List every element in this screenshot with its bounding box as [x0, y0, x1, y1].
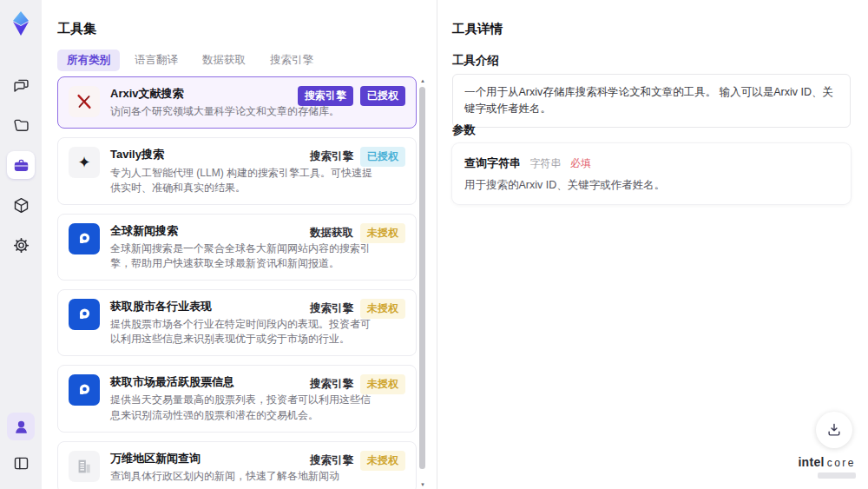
- category-tabs: 所有类别 语言翻译 数据获取 搜索引擎: [57, 50, 323, 71]
- arxiv-logo-icon: [69, 86, 100, 117]
- download-icon: [825, 421, 843, 439]
- tool-description: 提供股票市场各个行业在特定时间段内的表现。投资者可以利用这些信息来识别表现优于或…: [110, 317, 378, 347]
- tool-name: 获取市场最活跃股票信息: [110, 375, 284, 389]
- tool-card-stock-sectors[interactable]: 获取股市各行业表现 提供股票市场各个行业在特定时间段内的表现。投资者可以利用这些…: [57, 289, 417, 356]
- param-name: 查询字符串: [464, 156, 521, 169]
- tool-card-regional-news[interactable]: 万维地区新闻查询 查询具体行政区划内的新闻，快速了解各地新闻动 搜索引擎 未授权: [57, 441, 417, 489]
- status-badge-unauthorized: 未授权: [360, 223, 405, 243]
- intel-wordmark: intel: [798, 455, 824, 469]
- category-label: 搜索引擎: [310, 453, 353, 468]
- category-label: 数据获取: [310, 226, 353, 241]
- download-button[interactable]: [816, 412, 852, 448]
- tab-search-engine[interactable]: 搜索引擎: [260, 50, 323, 71]
- status-badge-unauthorized: 未授权: [360, 299, 405, 319]
- status-badge-unauthorized: 未授权: [360, 451, 405, 471]
- building-icon: [69, 451, 100, 482]
- detail-title: 工具详情: [452, 21, 503, 37]
- app-logo[interactable]: [8, 10, 34, 36]
- rail-nav: [7, 71, 35, 259]
- status-badge-authorized: 已授权: [360, 86, 405, 106]
- tool-card-arxiv[interactable]: Arxiv文献搜索 访问各个研究领域大量科学论文和文章的存储库。 搜索引擎 已授…: [57, 76, 417, 129]
- tab-data-fetch[interactable]: 数据获取: [193, 50, 255, 71]
- core-wordmark: core: [827, 457, 856, 469]
- intro-text-box: 一个用于从Arxiv存储库搜索科学论文和文章的工具。 输入可以是Arxiv ID…: [452, 74, 851, 128]
- tool-card-active-stocks[interactable]: 获取市场最活跃股票信息 提供当天交易量最高的股票列表，投资者可以利用这些信息来识…: [57, 365, 417, 432]
- category-label: 搜索引擎: [310, 149, 353, 164]
- param-required-flag: 必填: [570, 157, 591, 169]
- tool-card-tavily[interactable]: ✦ Tavily搜索 专为人工智能代理 (LLM) 构建的搜索引擎工具。可快速提…: [57, 137, 417, 204]
- parameter-card: 查询字符串 字符串 必填 用于搜索的Arxiv ID、关键字或作者姓名。: [452, 143, 851, 204]
- status-badge-authorized: 已授权: [360, 147, 405, 167]
- collapse-panel-icon[interactable]: [7, 449, 35, 477]
- intel-logo-bar: [818, 472, 856, 479]
- list-scrollbar[interactable]: ▲ ▼: [418, 76, 427, 489]
- left-rail: [0, 0, 42, 489]
- tool-name: Arxiv文献搜索: [110, 87, 284, 101]
- tool-name: Tavily搜索: [110, 148, 284, 162]
- tool-description: 提供当天交易量最高的股票列表，投资者可以利用这些信息来识别流动性强的股票和潜在的…: [110, 393, 378, 422]
- tool-name: 全球新闻搜索: [110, 224, 284, 238]
- package-icon[interactable]: [7, 191, 35, 219]
- tool-card-global-news[interactable]: 全球新闻搜索 全球新闻搜索是一个聚合全球各大新闻网站内容的搜索引擎，帮助用户快速…: [57, 214, 417, 281]
- intel-core-logo: intelcore: [798, 455, 856, 479]
- blue-app-logo-icon: [69, 223, 100, 254]
- tool-description: 专为人工智能代理 (LLM) 构建的搜索引擎工具。可快速提供实时、准确和真实的结…: [110, 166, 378, 195]
- param-description: 用于搜索的Arxiv ID、关键字或作者姓名。: [464, 178, 838, 193]
- blue-app-logo-icon: [69, 299, 100, 330]
- category-label: 搜索引擎: [310, 301, 353, 316]
- scrollbar-thumb[interactable]: [419, 87, 425, 469]
- settings-gear-icon[interactable]: [7, 231, 35, 259]
- four-point-star-icon: ✦: [69, 147, 100, 178]
- tool-list-panel: 工具集 所有类别 语言翻译 数据获取 搜索引擎 Arxiv文献搜索 访问各个研究…: [42, 0, 437, 489]
- page-title: 工具集: [57, 21, 96, 37]
- intro-heading: 工具介绍: [452, 53, 499, 69]
- params-heading: 参数: [452, 122, 476, 138]
- rail-bottom: [7, 413, 35, 477]
- status-badge-unauthorized: 未授权: [360, 374, 405, 394]
- category-badge: 搜索引擎: [298, 86, 353, 106]
- tool-name: 获取股市各行业表现: [110, 300, 284, 314]
- tool-description: 访问各个研究领域大量科学论文和文章的存储库。: [110, 104, 378, 119]
- tool-detail-panel: 工具详情 工具介绍 一个用于从Arxiv存储库搜索科学论文和文章的工具。 输入可…: [437, 0, 868, 489]
- tool-list: Arxiv文献搜索 访问各个研究领域大量科学论文和文章的存储库。 搜索引擎 已授…: [57, 76, 417, 489]
- tab-language-translation[interactable]: 语言翻译: [125, 50, 187, 71]
- folder-icon[interactable]: [7, 111, 35, 139]
- blue-app-logo-icon: [69, 374, 100, 406]
- scrollbar-down-arrow[interactable]: ▼: [418, 482, 427, 487]
- tool-name: 万维地区新闻查询: [110, 452, 284, 466]
- chat-icon[interactable]: [7, 71, 35, 99]
- tool-description: 全球新闻搜索是一个聚合全球各大新闻网站内容的搜索引擎，帮助用户快速获取全球最新资…: [110, 241, 378, 271]
- scrollbar-up-arrow[interactable]: ▲: [418, 78, 427, 83]
- category-label: 搜索引擎: [310, 377, 353, 392]
- tool-description: 查询具体行政区划内的新闻，快速了解各地新闻动: [110, 469, 378, 484]
- param-type: 字符串: [529, 157, 561, 169]
- toolbox-icon[interactable]: [7, 151, 35, 179]
- user-avatar-icon[interactable]: [7, 413, 35, 440]
- tab-all-categories[interactable]: 所有类别: [57, 50, 120, 71]
